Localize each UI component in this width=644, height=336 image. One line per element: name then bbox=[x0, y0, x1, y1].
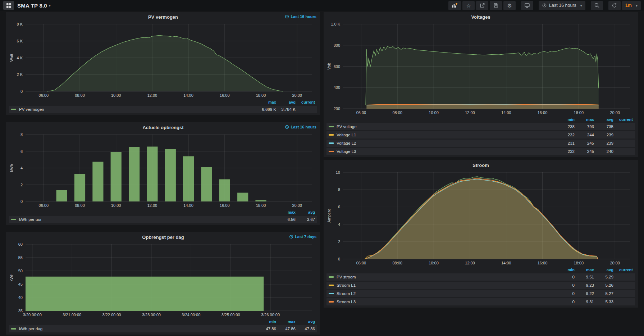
actuele-opbrengst-chart[interactable]: 0246806:0008:0010:0012:0014:0016:0018:00… bbox=[9, 132, 317, 209]
legend-sort-min[interactable]: min bbox=[555, 268, 575, 272]
legend-row: Stroom L309.315.33 bbox=[326, 298, 635, 305]
legend-sort-avg[interactable]: avg bbox=[594, 268, 613, 272]
series-color-swatch[interactable] bbox=[329, 301, 334, 303]
panel-title[interactable]: Stroom bbox=[472, 163, 489, 168]
series-color-swatch[interactable] bbox=[11, 328, 16, 330]
panel-title[interactable]: Opbrengst per dag bbox=[142, 235, 184, 240]
legend-sort-min[interactable]: min bbox=[555, 117, 575, 122]
stroom-chart[interactable]: 024681006:0008:0010:0012:0014:0016:0018:… bbox=[326, 169, 635, 266]
legend-sort-current[interactable]: current bbox=[296, 100, 315, 104]
svg-text:10:00: 10:00 bbox=[429, 261, 439, 265]
legend-value: 232 bbox=[555, 133, 575, 137]
series-color-swatch[interactable] bbox=[11, 219, 16, 220]
svg-text:08:00: 08:00 bbox=[392, 110, 402, 115]
pv-vermogen-chart[interactable]: 02 K4 K6 K8 K06:0008:0010:0012:0014:0016… bbox=[9, 21, 317, 99]
legend-row: PV stroom09.515.29 bbox=[326, 273, 635, 281]
series-name[interactable]: Voltage L1 bbox=[337, 133, 356, 137]
dashboard-picker-button[interactable] bbox=[3, 1, 14, 10]
svg-text:10:00: 10:00 bbox=[429, 110, 439, 115]
legend-value: 6.56 bbox=[276, 217, 296, 222]
svg-text:6 K: 6 K bbox=[17, 39, 23, 43]
panel-title[interactable]: Actuele opbrengst bbox=[142, 125, 183, 130]
grafana-dashboard: { "navbar": { "dashboard_title": "SMA TP… bbox=[0, 0, 644, 336]
svg-text:12:00: 12:00 bbox=[465, 261, 475, 265]
series-name[interactable]: kWh per uur bbox=[19, 217, 42, 222]
svg-text:14:00: 14:00 bbox=[501, 110, 511, 115]
star-icon: ☆ bbox=[466, 3, 471, 8]
series-color-swatch[interactable] bbox=[11, 109, 16, 110]
legend-row: Stroom L209.225.27 bbox=[326, 290, 635, 297]
opbrengst-per-dag-chart[interactable]: 3540455055603/20 00:003/21 00:003/22 00:… bbox=[9, 241, 317, 318]
series-name[interactable]: PV stroom bbox=[337, 275, 356, 279]
series-color-swatch[interactable] bbox=[329, 126, 334, 127]
legend-sort-current[interactable]: current bbox=[613, 117, 633, 122]
legend-sort-avg[interactable]: avg bbox=[594, 117, 613, 122]
series-color-swatch[interactable] bbox=[329, 285, 334, 286]
svg-text:0: 0 bbox=[338, 257, 340, 261]
series-color-swatch[interactable] bbox=[329, 142, 334, 144]
legend-row: Voltage L1232244239 bbox=[326, 131, 635, 139]
legend-sort-max[interactable]: max bbox=[575, 117, 594, 122]
refresh-button[interactable] bbox=[608, 1, 621, 10]
svg-text:kWh: kWh bbox=[9, 164, 14, 172]
svg-text:3/25 00:00: 3/25 00:00 bbox=[221, 313, 240, 317]
navbar-right: ☆ ⚙ bbox=[448, 1, 641, 10]
add-panel-icon bbox=[452, 3, 458, 8]
chevron-down-icon: ▾ bbox=[580, 4, 582, 8]
svg-text:6: 6 bbox=[20, 149, 23, 154]
legend-sort-max[interactable]: max bbox=[257, 100, 276, 104]
svg-text:1.0 K: 1.0 K bbox=[331, 22, 340, 26]
zoom-out-button[interactable] bbox=[591, 1, 603, 10]
voltages-chart[interactable]: 2004006008001.0 K06:0008:0010:0012:0014:… bbox=[326, 21, 635, 116]
svg-text:12:00: 12:00 bbox=[465, 110, 475, 115]
panel-title[interactable]: Voltages bbox=[471, 14, 490, 20]
svg-text:20:00: 20:00 bbox=[610, 261, 620, 265]
legend-sort-min[interactable]: min bbox=[257, 319, 276, 324]
series-name[interactable]: Voltage L3 bbox=[337, 149, 356, 154]
refresh-interval-dropdown[interactable]: 1m ▾ bbox=[622, 1, 641, 10]
series-name[interactable]: kWh per dag bbox=[19, 327, 42, 331]
series-name[interactable]: Stroom L3 bbox=[337, 300, 356, 304]
add-panel-button[interactable] bbox=[448, 1, 461, 10]
panel-header: Stroom bbox=[326, 161, 635, 169]
series-name[interactable]: PV voltage bbox=[337, 124, 357, 129]
series-color-swatch[interactable] bbox=[329, 134, 334, 136]
legend-sort-max[interactable]: max bbox=[276, 210, 296, 214]
panel-header: Opbrengst per dag Last 7 days bbox=[9, 233, 317, 241]
legend-value: 3.67 bbox=[296, 217, 315, 222]
series-name[interactable]: Stroom L1 bbox=[337, 283, 356, 287]
svg-text:6: 6 bbox=[338, 205, 340, 209]
panel-time-override: Last 16 hours bbox=[285, 14, 316, 19]
series-color-swatch[interactable] bbox=[329, 276, 334, 278]
dashboard-title-dropdown[interactable]: SMA TP 8.0 ▾ bbox=[17, 3, 51, 9]
legend-sort-max[interactable]: max bbox=[276, 319, 296, 324]
dashboard-settings-button[interactable]: ⚙ bbox=[503, 1, 516, 10]
svg-text:20:00: 20:00 bbox=[610, 110, 620, 115]
series-color-swatch[interactable] bbox=[329, 293, 334, 294]
series-name[interactable]: Voltage L2 bbox=[337, 141, 356, 145]
svg-text:14:00: 14:00 bbox=[501, 261, 511, 265]
svg-text:16:00: 16:00 bbox=[220, 203, 230, 208]
time-picker-button[interactable]: Last 16 hours ▾ bbox=[539, 1, 585, 10]
share-icon bbox=[479, 3, 485, 8]
svg-text:06:00: 06:00 bbox=[39, 203, 49, 208]
series-color-swatch[interactable] bbox=[329, 151, 334, 152]
legend-sort-current[interactable]: current bbox=[613, 268, 633, 272]
legend-value: 0 bbox=[555, 283, 575, 287]
legend-value: 9.51 bbox=[575, 275, 594, 279]
legend-sort-avg[interactable]: avg bbox=[296, 210, 315, 214]
series-name[interactable]: Stroom L2 bbox=[337, 291, 356, 296]
legend-sort-avg[interactable]: avg bbox=[276, 100, 296, 104]
save-dashboard-button[interactable] bbox=[490, 1, 502, 10]
svg-text:800: 800 bbox=[334, 43, 340, 47]
legend-sort-avg[interactable]: avg bbox=[296, 319, 315, 324]
star-dashboard-button[interactable]: ☆ bbox=[462, 1, 475, 10]
panel-title[interactable]: PV vermogen bbox=[148, 14, 178, 20]
svg-text:55: 55 bbox=[18, 255, 23, 260]
share-dashboard-button[interactable] bbox=[476, 1, 488, 10]
legend-header: minmaxavg bbox=[9, 319, 317, 324]
cycle-view-mode-button[interactable] bbox=[521, 1, 533, 10]
panel-header: PV vermogen Last 16 hours bbox=[9, 13, 317, 21]
series-name[interactable]: PV vermogen bbox=[19, 107, 44, 112]
legend-sort-max[interactable]: max bbox=[575, 268, 594, 272]
